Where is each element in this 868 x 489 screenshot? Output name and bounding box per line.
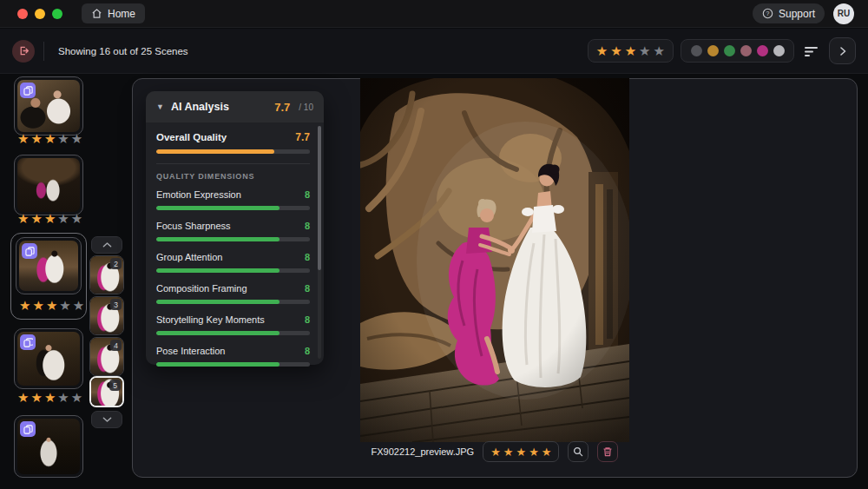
chevron-up-icon — [102, 241, 112, 248]
dimension-value: 8 — [305, 221, 310, 231]
color-label-filter[interactable] — [681, 39, 794, 63]
sort-button[interactable] — [801, 41, 822, 62]
stack-item-4[interactable]: 4 — [89, 337, 124, 376]
scene-4-photo — [17, 332, 80, 386]
star-icon[interactable]: ★ — [17, 212, 29, 225]
star-icon[interactable]: ★ — [490, 446, 501, 458]
ai-panel-scrollbar[interactable] — [318, 126, 321, 359]
color-filter-dot[interactable] — [707, 45, 719, 56]
star-icon[interactable]: ★ — [610, 44, 621, 57]
dimension-row: Composition Framing 8 — [156, 283, 310, 304]
color-filter-dot[interactable] — [740, 45, 752, 56]
star-icon[interactable]: ★ — [44, 132, 56, 145]
star-icon[interactable]: ★ — [516, 446, 526, 458]
star-icon[interactable]: ★ — [596, 44, 608, 57]
chevron-down-icon — [102, 416, 112, 423]
ai-analysis-title: AI Analysis — [171, 101, 229, 113]
star-icon[interactable]: ★ — [57, 132, 69, 145]
scene-thumbnail-3-selected[interactable] — [16, 237, 82, 294]
dimension-label: Group Attention — [156, 252, 222, 262]
star-icon[interactable]: ★ — [529, 446, 539, 458]
scene-thumbnail-1[interactable] — [14, 76, 83, 135]
star-icon[interactable]: ★ — [59, 299, 70, 312]
color-filter-dot[interactable] — [691, 45, 702, 56]
scene-2-rating[interactable]: ★★★★★ — [17, 212, 82, 225]
star-icon[interactable]: ★ — [17, 391, 29, 404]
star-icon[interactable]: ★ — [19, 299, 30, 312]
star-icon[interactable]: ★ — [625, 44, 636, 57]
dimension-value: 8 — [305, 252, 310, 262]
star-icon[interactable]: ★ — [46, 299, 57, 312]
star-icon[interactable]: ★ — [71, 132, 82, 145]
traffic-light[interactable] — [35, 9, 45, 19]
dimension-bar — [156, 237, 310, 241]
color-filter-dot[interactable] — [757, 45, 768, 56]
star-icon[interactable]: ★ — [44, 212, 56, 225]
scene-toolbar: Showing 16 out of 25 Scenes ★★★★★ — [0, 29, 868, 74]
stack-badge-icon — [20, 334, 36, 350]
zoom-photo-button[interactable] — [568, 441, 589, 462]
scene-3-photo — [19, 241, 78, 291]
star-icon[interactable]: ★ — [30, 132, 42, 145]
chevron-right-icon — [838, 46, 848, 56]
stack-badge-icon — [20, 421, 36, 437]
stack-scroll-up-button[interactable] — [91, 236, 122, 254]
dimension-row: Group Attention 8 — [156, 252, 310, 273]
star-icon[interactable]: ★ — [71, 391, 82, 404]
stack-item-5-selected[interactable]: 5 — [89, 376, 124, 407]
delete-photo-button[interactable] — [597, 441, 618, 462]
color-filter-dot[interactable] — [724, 45, 735, 56]
star-icon[interactable]: ★ — [57, 391, 69, 404]
ai-analysis-panel: ▼ AI Analysis 7.7 / 10 Overall Quality 7… — [146, 91, 324, 365]
stack-item-3[interactable]: 3 — [89, 296, 124, 335]
photo-rating[interactable]: ★★★★★ — [483, 441, 559, 462]
trash-icon — [602, 446, 613, 457]
dimension-label: Composition Framing — [156, 283, 247, 294]
avatar[interactable]: RU — [833, 3, 854, 24]
star-icon[interactable]: ★ — [32, 299, 43, 312]
traffic-light[interactable] — [17, 9, 28, 19]
logout-icon — [18, 45, 30, 56]
scene-thumbnail-5[interactable] — [14, 415, 83, 478]
star-icon[interactable]: ★ — [639, 44, 650, 57]
scene-count-status: Showing 16 out of 25 Scenes — [58, 46, 188, 56]
overall-quality-label: Overall Quality — [156, 132, 227, 142]
ai-analysis-header[interactable]: ▼ AI Analysis 7.7 / 10 — [146, 91, 324, 122]
star-rating-filter[interactable]: ★★★★★ — [588, 39, 674, 63]
star-icon[interactable]: ★ — [503, 446, 514, 458]
star-icon[interactable]: ★ — [57, 212, 69, 225]
stack-item-2[interactable]: 2 — [89, 255, 124, 294]
support-button[interactable]: ? Support — [753, 3, 825, 23]
collapse-panel-button[interactable] — [829, 37, 856, 64]
star-icon[interactable]: ★ — [73, 299, 84, 312]
ai-analysis-body: Overall Quality 7.7 QUALITY DIMENSIONS E… — [146, 122, 324, 367]
tab-home[interactable]: Home — [82, 3, 145, 23]
star-icon[interactable]: ★ — [654, 44, 665, 57]
star-icon[interactable]: ★ — [30, 212, 42, 225]
color-filter-dot[interactable] — [773, 45, 785, 56]
dimension-bar — [156, 331, 310, 335]
dimension-bar — [156, 268, 310, 273]
exit-button[interactable] — [12, 40, 35, 63]
dimension-bar — [156, 300, 310, 304]
scene-1-rating[interactable]: ★★★★★ — [17, 132, 82, 145]
avatar-initials: RU — [838, 9, 850, 18]
scene-3-rating[interactable]: ★★★★★ — [19, 299, 84, 312]
star-icon[interactable]: ★ — [30, 391, 42, 404]
stack-scroll-down-button[interactable] — [91, 411, 122, 428]
ai-panel-scroll-thumb[interactable] — [318, 126, 321, 270]
viewer-controls: FX902212_preview.JPG ★★★★★ — [343, 440, 647, 463]
dimension-bar — [156, 362, 310, 367]
collapse-caret-icon: ▼ — [156, 102, 164, 111]
scene-thumbnail-2[interactable] — [14, 155, 83, 215]
star-icon[interactable]: ★ — [44, 391, 56, 404]
star-icon[interactable]: ★ — [542, 446, 552, 458]
ai-score-max: / 10 — [299, 102, 313, 112]
star-icon[interactable]: ★ — [71, 212, 82, 225]
scene-4-rating[interactable]: ★★★★★ — [17, 391, 82, 404]
traffic-light[interactable] — [52, 9, 62, 19]
main-photo-preview[interactable] — [360, 78, 629, 442]
scene-thumbnail-4[interactable] — [14, 328, 83, 389]
star-icon[interactable]: ★ — [17, 132, 29, 145]
dimension-row: Emotion Expression 8 — [156, 189, 310, 210]
